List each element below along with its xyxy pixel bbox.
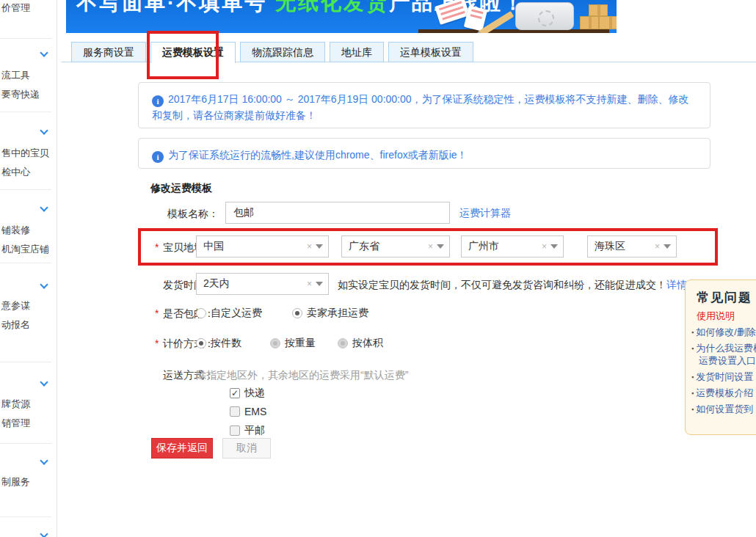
divider	[0, 263, 51, 263]
promo-banner[interactable]: 不写面单·不填单号 无纸化发货产品上线啦！	[66, 0, 617, 33]
banner-printer-icon	[515, 2, 574, 30]
banner-package-icon	[589, 4, 608, 16]
sidebar-group-header[interactable]	[0, 530, 57, 537]
radio-by-weight[interactable]: 按重量	[270, 337, 316, 350]
chevron-down-icon	[40, 280, 48, 288]
template-name-input[interactable]	[225, 202, 450, 224]
caret-down-icon	[316, 282, 323, 286]
sidebar-group-header[interactable]	[0, 280, 57, 292]
clear-icon[interactable]: ×	[651, 241, 664, 252]
sidebar-group-header[interactable]	[0, 126, 57, 138]
divider	[0, 38, 51, 39]
sidebar-item[interactable]: 铺装修	[1, 224, 30, 237]
checkbox-ems[interactable]: EMS	[230, 406, 266, 417]
required-mark: *	[155, 307, 159, 319]
notice-text: 为了保证系统运行的流畅性,建议使用chrome、firefox或者新版ie！	[168, 149, 468, 161]
bullet-icon: ▪	[691, 390, 694, 397]
faq-usage-link[interactable]: 使用说明	[697, 310, 735, 323]
tab-service-provider[interactable]: 服务商设置	[71, 42, 146, 62]
radio-seller-pays[interactable]: 卖家承担运费	[292, 307, 368, 320]
required-mark: *	[155, 241, 159, 253]
sidebar-item[interactable]: 流工具	[1, 69, 30, 82]
caret-down-icon	[437, 244, 444, 249]
caret-down-icon	[550, 244, 558, 249]
bullet-icon: ▪	[691, 373, 694, 381]
faq-panel: 常见问题 使用说明 ▪如何修改/删除 ▪为什么我运费模 运费设置入口 ▪发货时间…	[685, 280, 756, 435]
info-icon: i	[152, 95, 164, 107]
sidebar-group-header[interactable]	[0, 48, 57, 60]
chevron-down-icon	[40, 126, 48, 134]
address-district-select[interactable]: 海珠区 ×	[587, 235, 677, 257]
tab-address-book[interactable]: 地址库	[330, 42, 384, 62]
delivery-time-select[interactable]: 2天内 ×	[196, 273, 329, 295]
radio-icon	[196, 308, 206, 318]
sidebar-item[interactable]: 机淘宝店铺	[1, 243, 49, 256]
faq-link[interactable]: ▪如何修改/删除	[691, 326, 756, 339]
chevron-down-icon	[40, 456, 48, 464]
details-link[interactable]: 详情	[666, 279, 687, 291]
sidebar-item[interactable]: 价管理	[1, 1, 30, 15]
sidebar-item[interactable]: 牌货源	[1, 398, 30, 411]
sidebar-item[interactable]: 检中心	[1, 166, 30, 179]
radio-icon	[338, 338, 348, 348]
address-province-select[interactable]: 广东省 ×	[341, 235, 450, 257]
checkbox-surface-mail[interactable]: 平邮	[230, 424, 265, 437]
sidebar-group-header[interactable]	[0, 378, 57, 390]
sidebar-item[interactable]: 售中的宝贝	[1, 147, 49, 160]
browser-suggestion-notice: i为了保证系统运行的流畅性,建议使用chrome、firefox或者新版ie！	[138, 138, 710, 169]
bullet-icon: ▪	[691, 406, 694, 413]
address-country-select[interactable]: 中国 ×	[196, 235, 329, 257]
radio-icon	[270, 338, 280, 348]
clear-icon[interactable]: ×	[303, 241, 316, 252]
delivery-time-hint: 如实设定宝贝的发货时间，不仅可避免发货咨询和纠纷，还能促进成交！详情	[338, 279, 687, 292]
notice-text: 2017年6月17日 16:00:00 ～ 2017年6月19日 00:00:0…	[152, 93, 689, 121]
radio-by-count[interactable]: 按件数	[196, 337, 241, 350]
faq-link[interactable]: ▪为什么我运费模	[691, 342, 756, 355]
faq-link[interactable]: ▪运费模板介绍	[691, 387, 753, 400]
page-title: 修改运费模板	[150, 182, 212, 195]
faq-title: 常见问题	[697, 289, 752, 306]
cancel-button[interactable]: 取消	[222, 438, 271, 459]
sidebar-item[interactable]: 要寄快递	[1, 88, 40, 101]
faq-link[interactable]: 运费设置入口	[699, 354, 756, 368]
settings-tabbar: 服务商设置 运费模板设置 物流跟踪信息 地址库 运单模板设置	[71, 42, 473, 63]
tab-waybill-template[interactable]: 运单模板设置	[388, 42, 473, 62]
chevron-down-icon	[40, 203, 48, 211]
radio-custom-freight[interactable]: 自定义运费	[196, 307, 262, 320]
system-maintenance-notice: i2017年6月17日 16:00:00 ～ 2017年6月19日 00:00:…	[138, 82, 710, 128]
sidebar-item[interactable]: 动报名	[1, 318, 30, 332]
radio-by-volume[interactable]: 按体积	[338, 337, 383, 350]
caret-down-icon	[664, 244, 671, 249]
template-name-label: 模板名称：	[167, 208, 219, 221]
checkbox-icon	[230, 425, 240, 436]
banner-package-icon	[580, 16, 599, 29]
sidebar-item[interactable]: 销管理	[1, 417, 30, 430]
banner-table-graphic	[418, 29, 609, 33]
promo-banner-highlight: 无纸化发货	[275, 0, 389, 14]
divider	[0, 362, 51, 362]
sidebar-item[interactable]: 制服务	[1, 475, 30, 489]
shipping-calculator-link[interactable]: 运费计算器	[459, 207, 511, 220]
info-icon: i	[152, 151, 164, 163]
checkbox-express[interactable]: ✓快递	[230, 387, 265, 400]
tab-shipping-template[interactable]: 运费模板设置	[150, 42, 236, 63]
address-city-select[interactable]: 广州市 ×	[461, 235, 564, 257]
caret-down-icon	[316, 244, 323, 249]
divider	[0, 112, 51, 112]
sidebar-group-header[interactable]	[0, 456, 57, 468]
left-sidebar: 价管理 流工具 要寄快递 售中的宝贝 检中心 铺装修 机淘宝店铺 意参谋 动报名…	[0, 0, 57, 537]
tab-logistics-tracking[interactable]: 物流跟踪信息	[240, 42, 325, 62]
checkbox-icon: ✓	[230, 388, 240, 398]
clear-icon[interactable]: ×	[538, 241, 550, 252]
sidebar-group-header[interactable]	[0, 203, 57, 215]
clear-icon[interactable]: ×	[303, 279, 316, 289]
faq-link[interactable]: ▪发货时间设置	[691, 370, 753, 384]
chevron-down-icon	[40, 48, 48, 56]
sidebar-item[interactable]: 意参谋	[1, 299, 30, 313]
radio-icon	[292, 308, 302, 318]
clear-icon[interactable]: ×	[424, 241, 437, 252]
save-and-return-button[interactable]: 保存并返回	[151, 438, 213, 459]
banner-package-icon	[599, 16, 617, 29]
radio-icon	[196, 338, 206, 348]
faq-link[interactable]: ▪如何设置货到	[691, 403, 753, 416]
